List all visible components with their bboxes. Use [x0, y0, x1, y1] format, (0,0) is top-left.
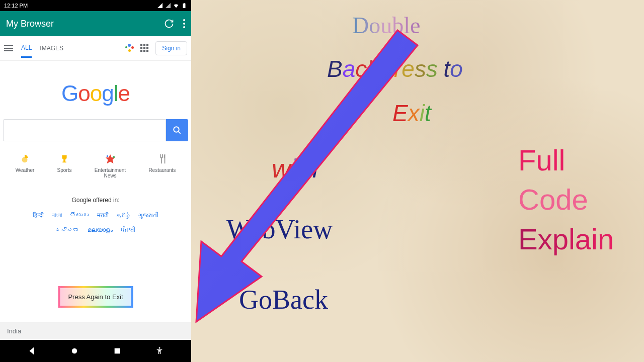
quick-sports[interactable]: Sports — [57, 153, 72, 178]
search-input[interactable] — [3, 119, 166, 141]
signal-icon — [165, 3, 171, 9]
lang-link[interactable]: मराठी — [97, 210, 109, 221]
headline-fullcode: Full Code Explain — [518, 141, 614, 259]
logo-letter: o — [78, 81, 90, 106]
status-time: 12:12 PM — [4, 3, 28, 9]
trophy-icon — [59, 153, 70, 164]
quick-label: Entertainment News — [95, 167, 126, 178]
footer-country: India — [0, 322, 191, 340]
svg-point-5 — [174, 127, 179, 132]
apps-grid-icon[interactable] — [140, 44, 149, 53]
restaurant-icon — [156, 153, 168, 164]
quick-entertainment[interactable]: Entertainment News — [95, 153, 126, 178]
logo-letter: o — [90, 81, 102, 106]
language-links: हिन्दी বাংলা తెలుగు मराठी தமிழ் ગુજરાતી … — [6, 208, 185, 237]
headline-webview: WebView — [226, 214, 333, 245]
svg-point-11 — [72, 348, 77, 354]
logo-letter: e — [118, 81, 129, 106]
phone-screenshot: 12:12 PM My Browser ALL IMAGES — [0, 0, 191, 362]
lang-link[interactable]: বাংলা — [52, 210, 62, 221]
google-top-bar: ALL IMAGES Sign in — [0, 36, 191, 61]
logo-letter: g — [102, 81, 113, 106]
offered-in-label: Google offered in: — [0, 197, 191, 204]
lang-link[interactable]: తెలుగు — [70, 210, 89, 221]
headline-line: Explain — [518, 220, 614, 259]
status-icons — [157, 3, 187, 9]
lang-link[interactable]: हिन्दी — [33, 210, 44, 221]
headline-line: Full — [518, 141, 614, 180]
lang-link[interactable]: മലയാളം — [88, 225, 113, 236]
thumbnail-background: Double BackPress to Exit with WebView Go… — [191, 0, 644, 362]
star-icon — [105, 153, 116, 164]
exit-toast: Press Again to Exit — [58, 286, 133, 308]
svg-point-7 — [22, 157, 28, 162]
svg-rect-0 — [183, 4, 186, 8]
nav-recent-icon[interactable] — [113, 347, 121, 355]
svg-line-6 — [178, 131, 181, 134]
headline-backpress: BackPress to — [327, 55, 463, 82]
headline-goback: GoBack — [239, 284, 328, 315]
logo-letter: G — [61, 81, 78, 106]
quick-links: Weather Sports Entertainment News Restau… — [0, 148, 191, 187]
svg-point-4 — [183, 26, 185, 28]
quick-label: Sports — [57, 167, 72, 173]
app-bar: My Browser — [0, 11, 191, 36]
android-nav-bar — [0, 340, 191, 362]
search-row — [3, 119, 188, 141]
weather-icon — [19, 153, 30, 164]
headline-line: Code — [518, 180, 614, 219]
lang-link[interactable]: ગુજરાતી — [138, 210, 158, 221]
battery-icon — [181, 3, 187, 9]
quick-weather[interactable]: Weather — [16, 153, 35, 178]
app-title: My Browser — [6, 19, 54, 29]
google-logo: Google — [0, 81, 191, 106]
nav-home-icon[interactable] — [70, 346, 79, 355]
lang-link[interactable]: ਪੰਜਾਬੀ — [121, 225, 136, 236]
tab-all[interactable]: ALL — [21, 44, 32, 58]
quick-label: Restaurants — [148, 167, 176, 173]
sim-icon — [157, 3, 163, 9]
search-button[interactable] — [166, 119, 188, 141]
svg-point-9 — [107, 155, 109, 157]
wifi-icon — [173, 3, 179, 9]
svg-rect-12 — [114, 348, 120, 354]
webview-content: ALL IMAGES Sign in Google — [0, 36, 191, 340]
nav-back-icon[interactable] — [27, 346, 36, 355]
quick-label: Weather — [16, 167, 35, 173]
search-icon — [173, 126, 182, 135]
status-bar: 12:12 PM — [0, 0, 191, 11]
headline-exit: Exit — [392, 100, 431, 127]
hamburger-icon[interactable] — [4, 45, 13, 51]
lang-link[interactable]: தமிழ் — [117, 210, 130, 221]
svg-point-10 — [113, 156, 115, 158]
svg-point-2 — [183, 19, 185, 21]
svg-point-3 — [183, 23, 185, 25]
assistant-icon[interactable] — [125, 44, 134, 53]
tab-images[interactable]: IMAGES — [40, 45, 63, 52]
lang-link[interactable]: ಕನ್ನಡ — [55, 225, 79, 236]
headline-double: Double — [352, 12, 420, 39]
signin-button[interactable]: Sign in — [155, 41, 187, 55]
nav-accessibility-icon[interactable] — [155, 346, 164, 355]
quick-restaurants[interactable]: Restaurants — [148, 153, 176, 178]
svg-rect-1 — [184, 3, 185, 4]
refresh-icon[interactable] — [164, 19, 174, 29]
headline-with: with — [272, 153, 318, 184]
svg-point-13 — [159, 347, 160, 349]
overflow-menu-icon[interactable] — [183, 19, 185, 28]
